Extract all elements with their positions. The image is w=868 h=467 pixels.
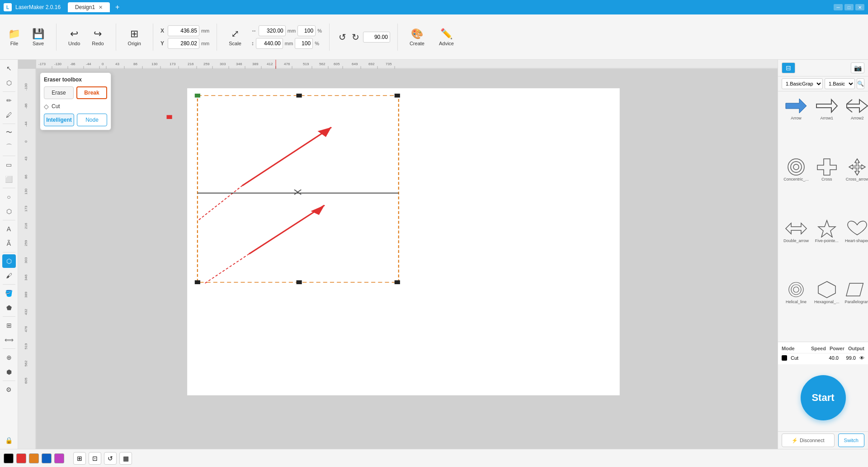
erase-button[interactable]: Erase [44,86,74,99]
save-button[interactable]: 💾 Save [28,25,49,49]
angle-input[interactable] [363,32,390,43]
spline-tool[interactable]: 🖊 [2,108,16,122]
width-pct-input[interactable] [297,25,316,36]
shape-arrow2[interactable]: Arrow2 [843,95,868,154]
curve2-tool[interactable]: ⌒ [2,140,16,154]
ruler-marker [167,115,172,119]
selection-box [198,95,399,282]
shape-five-star[interactable]: Five-pointe... [812,218,841,277]
cut-option[interactable]: ◇ Cut [44,103,107,110]
minimize-button[interactable]: ─ [834,4,843,10]
svg-text:432: 432 [24,309,28,315]
undo-button[interactable]: ↩ Undo [64,25,85,49]
intelligent-button[interactable]: Intelligent [44,114,74,126]
shape-heart[interactable]: Heart-shaped [843,218,868,277]
disconnect-button[interactable]: ⚡ Disconnect [782,434,835,447]
shape-cross[interactable]: Cross [812,156,841,215]
rect-tool[interactable]: ▭ [2,158,16,172]
canvas-area[interactable]: -173 -130 -86 -44 0 43 86 130 173 216 25… [18,60,778,449]
width-input[interactable] [259,25,286,36]
height-input[interactable] [256,38,283,49]
select-tool[interactable]: ↖ [2,62,16,75]
eraser-tool[interactable]: ⬡ [2,254,16,268]
color-black[interactable] [4,453,14,463]
shape-concentric[interactable]: Concentric_... [782,156,811,215]
redo-button[interactable]: ↪ Redo [87,25,108,49]
rect2-tool[interactable]: ⬜ [2,172,16,186]
category-dropdown[interactable]: 1.BasicGrap [782,78,823,89]
save-label: Save [33,41,44,46]
curve-tool[interactable]: 〜 [2,126,16,139]
lock-tool[interactable]: 🔒 [2,434,16,447]
file-button[interactable]: 📁 File [4,25,25,49]
close-button[interactable]: ✕ [855,4,864,10]
shape-arrow1[interactable]: Arrow1 [812,95,841,154]
refresh-button[interactable]: ↺ [104,452,117,465]
switch-button[interactable]: Switch [838,434,864,447]
color-blue[interactable] [42,453,52,463]
tab-close-icon[interactable]: ✕ [99,5,103,10]
shape-double-arrow[interactable]: Double_arrow [782,218,811,277]
x-input[interactable] [168,25,199,36]
select-all-button[interactable]: ⊡ [89,452,101,465]
width-unit: mm [288,28,296,33]
layer-tool[interactable]: ⬢ [2,365,16,379]
erase-break-row: Erase Break [44,86,107,99]
save-icon: 💾 [32,28,44,40]
shape-hexagon[interactable]: Hexagonal_... [812,279,841,338]
layer-row-cut[interactable]: Cut 40.0 99.0 👁 [782,353,864,362]
create-button[interactable]: 🎨 Create [405,25,429,49]
layout-tool-button[interactable]: ⊞ [73,452,86,465]
search-button[interactable]: 🔍 [857,78,864,89]
window-controls: ─ □ ✕ [834,4,864,10]
arrow2-label: Arrow2 [851,116,864,120]
align-tool[interactable]: ⊞ [2,319,16,332]
tab-design1[interactable]: Design1 ✕ [68,2,110,12]
shape-parallelogram[interactable]: Parallelogram [843,279,868,338]
rotate-left-button[interactable]: ↺ [337,30,348,44]
color-orange[interactable] [29,453,39,463]
hexagon-shape-icon [815,281,839,299]
redo-label: Redo [92,41,104,46]
cross-label: Cross [821,177,832,181]
arrange-tool[interactable]: ⟺ [2,333,16,347]
group-tool[interactable]: ⊕ [2,351,16,364]
add-tab-button[interactable]: + [115,3,119,11]
fill2-tool[interactable]: ⬟ [2,301,16,315]
pen-tool[interactable]: ✏ [2,94,16,107]
node-select-tool[interactable]: ⬡ [2,76,16,90]
ruler-horizontal: -173 -130 -86 -44 0 43 86 130 173 216 25… [36,60,778,69]
scale-button[interactable]: ⤢ Scale [224,25,246,49]
y-input[interactable] [168,38,199,49]
fill-tool[interactable]: 🪣 [2,286,16,300]
origin-icon: ⊞ [130,28,138,40]
red-arrow-1-head [318,127,331,137]
text2-tool[interactable]: Ã [2,237,16,250]
origin-button[interactable]: ⊞ Origin [123,25,146,49]
polygon-tool[interactable]: ⬡ [2,205,16,218]
break-button[interactable]: Break [76,86,107,99]
layer-eye-icon[interactable]: 👁 [859,355,864,361]
advice-button[interactable]: ✏️ Advice [434,25,458,49]
ellipse-tool[interactable]: ○ [2,190,16,204]
start-button[interactable]: Start [801,375,846,420]
svg-text:-44: -44 [24,121,28,127]
shape-helical[interactable]: Helical_line [782,279,811,338]
height-pct-input[interactable] [295,38,313,49]
color-red[interactable] [16,453,26,463]
node-button[interactable]: Node [77,114,107,126]
text-tool[interactable]: A [2,222,16,236]
maximize-button[interactable]: □ [844,4,854,10]
subcategory-dropdown[interactable]: 1.Basic [825,78,855,89]
grid-button[interactable]: ▦ [119,452,132,465]
shapes-panel-button[interactable]: ⊟ [782,62,795,73]
camera-tool[interactable]: ⚙ [2,383,16,396]
color-purple[interactable] [54,453,64,463]
rotate-right-button[interactable]: ↻ [350,30,361,44]
paint-tool[interactable]: 🖌 [2,269,16,282]
shape-arrow[interactable]: Arrow [782,95,811,154]
file-icon: 📁 [8,28,20,40]
svg-line-71 [847,108,852,112]
photo-panel-button[interactable]: 📷 [851,62,864,73]
shape-cross-arrow[interactable]: Cross_arrow [843,156,868,215]
